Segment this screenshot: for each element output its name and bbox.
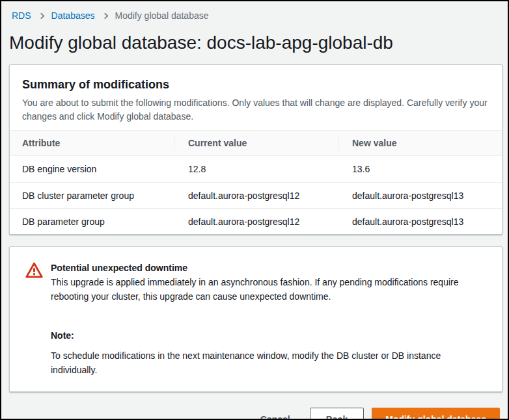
cell-attribute: DB engine version [10, 156, 174, 182]
summary-card-title: Summary of modifications [22, 77, 489, 92]
warning-title: Potential unexpected downtime [51, 261, 480, 275]
cell-current-value: default.aurora-postgresql12 [174, 183, 338, 208]
summary-card: Summary of modifications You are about t… [9, 64, 502, 235]
cell-current-value: default.aurora-postgresql12 [174, 209, 338, 234]
modify-global-database-button[interactable]: Modify global database [372, 408, 500, 420]
table-row-db-parameter-group: DB parameter group default.aurora-postgr… [10, 208, 502, 234]
cancel-button[interactable]: Cancel [260, 410, 290, 420]
breadcrumb-current-page: Modify global database [115, 9, 209, 22]
page-title: Modify global database: docs-lab-apg-glo… [9, 32, 500, 54]
chevron-right-icon [38, 12, 44, 19]
breadcrumb: RDS Databases Modify global database [1, 1, 508, 22]
cell-new-value: default.aurora-postgresql13 [338, 183, 502, 208]
note-body: To schedule modifications in the next ma… [51, 348, 480, 377]
cell-current-value: 12.8 [174, 156, 338, 182]
column-header-new-value: New value [338, 131, 502, 155]
rds-modify-global-database-page: RDS Databases Modify global database Mod… [0, 0, 509, 420]
back-button[interactable]: Back [310, 408, 364, 420]
column-header-current-value: Current value [174, 131, 338, 155]
modifications-table: Attribute Current value New value DB eng… [10, 130, 502, 234]
note-title: Note: [51, 328, 480, 343]
warning-triangle-icon [25, 261, 43, 377]
cell-attribute: DB parameter group [10, 209, 174, 234]
cell-new-value: 13.6 [338, 156, 502, 182]
chevron-right-icon [102, 12, 108, 19]
action-bar: Cancel Back Modify global database [9, 408, 500, 420]
summary-card-description: You are about to submit the following mo… [22, 96, 489, 124]
table-row-db-cluster-parameter-group: DB cluster parameter group default.auror… [10, 182, 502, 208]
warning-content: Potential unexpected downtime This upgra… [10, 247, 502, 391]
warning-card: Potential unexpected downtime This upgra… [9, 246, 502, 392]
breadcrumb-link-databases[interactable]: Databases [51, 9, 95, 22]
cell-new-value: default.aurora-postgresql13 [338, 209, 502, 234]
breadcrumb-link-rds[interactable]: RDS [12, 9, 31, 22]
warning-text-block: Potential unexpected downtime This upgra… [51, 261, 480, 377]
table-header-row: Attribute Current value New value [10, 130, 502, 156]
table-row-db-engine-version: DB engine version 12.8 13.6 [10, 156, 502, 182]
warning-body: This upgrade is applied immediately in a… [51, 275, 480, 304]
cell-attribute: DB cluster parameter group [10, 183, 174, 208]
summary-card-header: Summary of modifications You are about t… [10, 65, 502, 130]
column-header-attribute: Attribute [10, 131, 174, 155]
